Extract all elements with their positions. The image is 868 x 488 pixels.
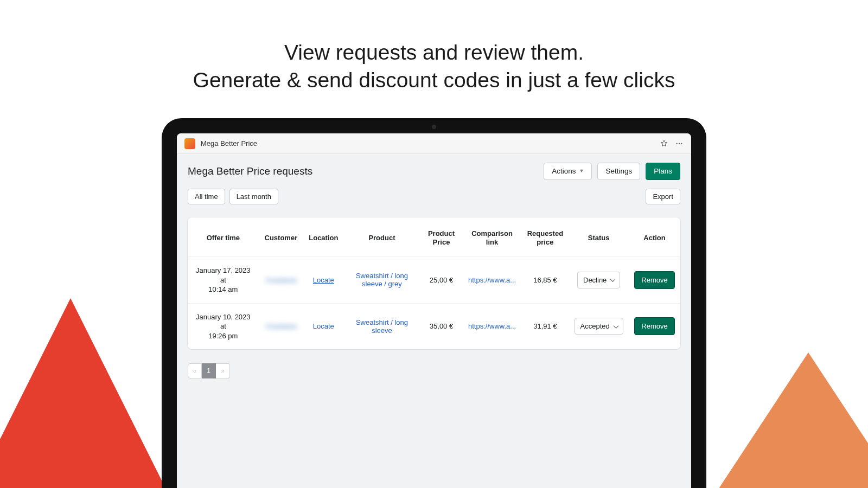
comparison-link[interactable]: https://www.a... [468, 322, 516, 330]
svg-point-2 [681, 143, 682, 144]
page-title: Mega Better Price requests [188, 165, 312, 177]
col-location: Location [303, 217, 344, 257]
cell-offer-time: January 10, 2023 at 19:26 pm [188, 303, 259, 349]
settings-button[interactable]: Settings [597, 163, 640, 180]
product-link[interactable]: Sweatshirt / long sleeve [356, 318, 408, 335]
pagination: « 1 » [177, 358, 691, 391]
filter-all-time[interactable]: All time [188, 189, 225, 204]
pagination-page-1[interactable]: 1 [202, 363, 216, 378]
cell-requested-price: 31,91 € [521, 303, 569, 349]
comparison-link[interactable]: https://www.a... [468, 276, 516, 284]
svg-point-1 [679, 143, 680, 144]
col-product: Product [344, 217, 420, 257]
cell-product-price: 25,00 € [420, 257, 462, 304]
actions-label: Actions [552, 168, 576, 175]
cell-status: Decline [569, 257, 629, 304]
cell-status: Accepted [569, 303, 629, 349]
filter-last-month[interactable]: Last month [229, 189, 278, 204]
col-status: Status [569, 217, 629, 257]
cell-requested-price: 16,85 € [521, 257, 569, 304]
col-comparison-link: Comparison link [463, 217, 522, 257]
cell-product-price: 35,00 € [420, 303, 462, 349]
app-bar: Mega Better Price [177, 133, 691, 154]
actions-dropdown[interactable]: Actions ▼ [544, 163, 592, 180]
svg-point-0 [676, 143, 677, 144]
requests-table: Offer time Customer Location Product Pro… [188, 217, 680, 350]
hero-headline: View requests and review them. Generate … [0, 0, 868, 94]
col-offer-time: Offer time [188, 217, 259, 257]
app-name: Mega Better Price [201, 139, 257, 147]
app-icon [184, 138, 195, 149]
filter-row: All time Last month Export [177, 189, 691, 212]
cell-comparison-link[interactable]: https://www.a... [463, 303, 522, 349]
plans-button[interactable]: Plans [646, 163, 680, 180]
remove-button[interactable]: Remove [634, 317, 674, 335]
col-action: Action [629, 217, 680, 257]
col-product-price: Product Price [420, 217, 462, 257]
cell-offer-time: January 17, 2023 at 10:14 am [188, 257, 259, 304]
hero-line-2: Generate & send discount codes in just a… [0, 67, 868, 94]
more-icon[interactable] [675, 139, 684, 148]
cell-customer: Anastasia [259, 303, 303, 349]
cell-customer: Anastasia [259, 257, 303, 304]
cell-product[interactable]: Sweatshirt / long sleeve [344, 303, 420, 349]
camera-dot [432, 125, 436, 129]
locate-link[interactable]: Locate [313, 322, 334, 330]
cell-comparison-link[interactable]: https://www.a... [463, 257, 522, 304]
status-select[interactable]: Decline [577, 272, 620, 288]
cell-product[interactable]: Sweatshirt / long sleeve / grey [344, 257, 420, 304]
header-actions: Actions ▼ Settings Plans [544, 163, 680, 180]
pin-icon[interactable] [660, 139, 668, 148]
col-customer: Customer [259, 217, 303, 257]
table-row: January 10, 2023 at 19:26 pm Anastasia L… [188, 303, 680, 349]
table-row: January 17, 2023 at 10:14 am Anastasia L… [188, 257, 680, 304]
screen: Mega Better Price Mega Better Price requ… [177, 133, 691, 488]
laptop-frame: Mega Better Price Mega Better Price requ… [162, 118, 706, 488]
status-select[interactable]: Accepted [575, 318, 623, 335]
remove-button[interactable]: Remove [634, 271, 674, 289]
locate-link[interactable]: Locate [313, 276, 334, 284]
requests-table-card: Offer time Customer Location Product Pro… [188, 217, 680, 350]
chevron-down-icon: ▼ [579, 169, 584, 174]
pagination-prev[interactable]: « [188, 363, 202, 378]
hero-line-1: View requests and review them. [0, 39, 868, 67]
cell-location[interactable]: Locate [303, 303, 344, 349]
cell-action: Remove [629, 257, 680, 304]
pagination-next[interactable]: » [216, 363, 230, 378]
page-header: Mega Better Price requests Actions ▼ Set… [177, 154, 691, 189]
col-requested-price: Requested price [521, 217, 569, 257]
cell-action: Remove [629, 303, 680, 349]
product-link[interactable]: Sweatshirt / long sleeve / grey [356, 272, 408, 288]
cell-location[interactable]: Locate [303, 257, 344, 304]
export-button[interactable]: Export [646, 189, 680, 204]
